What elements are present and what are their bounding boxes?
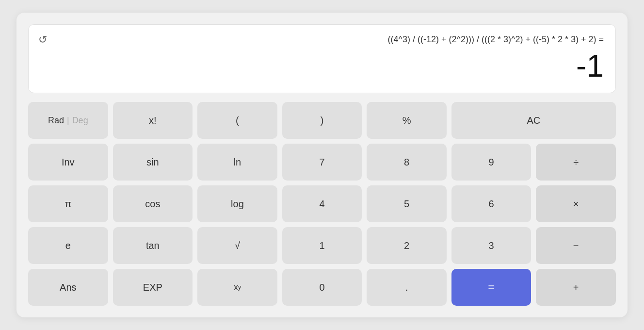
inv-button[interactable]: Inv (28, 144, 108, 181)
factorial-button[interactable]: x! (113, 102, 193, 139)
history-icon[interactable]: ↺ (38, 33, 47, 46)
pi-button[interactable]: π (28, 185, 108, 222)
zero-button[interactable]: 0 (282, 269, 362, 306)
tan-button[interactable]: tan (113, 227, 193, 264)
ans-button[interactable]: Ans (28, 269, 108, 306)
eight-button[interactable]: 8 (367, 144, 447, 181)
equals-button[interactable]: = (451, 269, 531, 306)
multiply-button[interactable]: × (536, 185, 616, 222)
one-button[interactable]: 1 (282, 227, 362, 264)
power-button[interactable]: xy (197, 269, 277, 306)
expression: ((4^3) / ((-12) + (2^2))) / (((2 * 3)^2)… (57, 33, 604, 46)
buttons-grid: Rad | Deg x! ( ) % AC Inv sin ln 7 8 9 ÷… (28, 102, 616, 306)
divide-button[interactable]: ÷ (536, 144, 616, 181)
deg-label: Deg (72, 116, 88, 126)
six-button[interactable]: 6 (451, 185, 531, 222)
two-button[interactable]: 2 (367, 227, 447, 264)
rad-label: Rad (48, 116, 64, 126)
display: ↺ ((4^3) / ((-12) + (2^2))) / (((2 * 3)^… (28, 24, 616, 93)
sin-button[interactable]: sin (113, 144, 193, 181)
rad-deg-toggle[interactable]: Rad | Deg (28, 102, 108, 139)
subtract-button[interactable]: − (536, 227, 616, 264)
percent-button[interactable]: % (367, 102, 447, 139)
exp-button[interactable]: EXP (113, 269, 193, 306)
decimal-button[interactable]: . (367, 269, 447, 306)
clear-button[interactable]: AC (451, 102, 616, 139)
display-top: ↺ ((4^3) / ((-12) + (2^2))) / (((2 * 3)^… (38, 33, 604, 46)
sqrt-button[interactable]: √ (197, 227, 277, 264)
result: -1 (38, 48, 604, 84)
nine-button[interactable]: 9 (451, 144, 531, 181)
three-button[interactable]: 3 (451, 227, 531, 264)
close-paren-button[interactable]: ) (282, 102, 362, 139)
log-button[interactable]: log (197, 185, 277, 222)
add-button[interactable]: + (536, 269, 616, 306)
ln-button[interactable]: ln (197, 144, 277, 181)
four-button[interactable]: 4 (282, 185, 362, 222)
calculator: ↺ ((4^3) / ((-12) + (2^2))) / (((2 * 3)^… (16, 13, 628, 317)
seven-button[interactable]: 7 (282, 144, 362, 181)
open-paren-button[interactable]: ( (197, 102, 277, 139)
five-button[interactable]: 5 (367, 185, 447, 222)
cos-button[interactable]: cos (113, 185, 193, 222)
euler-button[interactable]: e (28, 227, 108, 264)
